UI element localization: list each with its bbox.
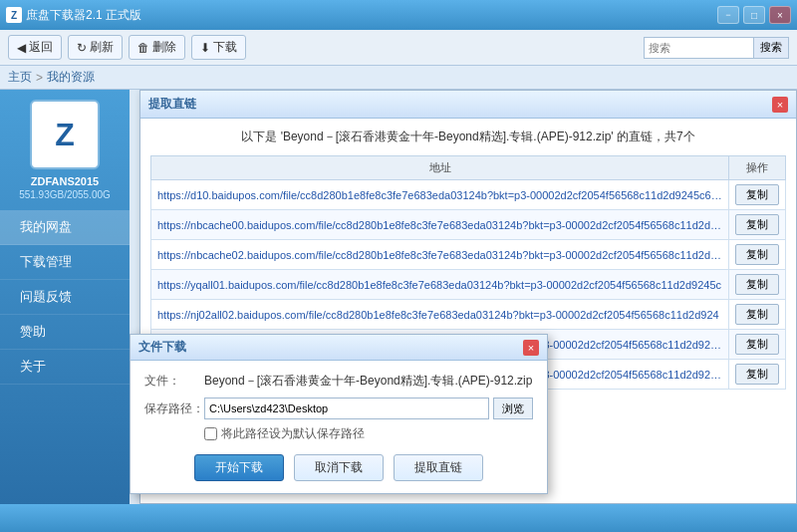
extract-dialog-title-text: 提取直链 [148, 96, 196, 113]
table-row: https://nj02all02.baidupos.com/file/cc8d… [151, 300, 786, 330]
sidebar-item-sponsor[interactable]: 赞助 [0, 315, 130, 350]
breadcrumb-home[interactable]: 主页 [8, 69, 32, 86]
app-title: 庶盘下载器2.1 正式版 [26, 7, 141, 24]
copy-cell: 复制 [729, 360, 786, 390]
minimize-button[interactable]: － [717, 6, 739, 24]
copy-cell: 复制 [729, 210, 786, 240]
copy-button[interactable]: 复制 [735, 364, 779, 385]
breadcrumb: 主页 > 我的资源 [0, 66, 797, 90]
default-path-row: 将此路径设为默认保存路径 [144, 425, 533, 442]
path-label: 保存路径： [144, 400, 204, 417]
back-label: 返回 [29, 39, 53, 56]
breadcrumb-separator: > [36, 71, 43, 85]
app-icon: Z [6, 7, 22, 23]
title-bar-left: Z 庶盘下载器2.1 正式版 [6, 7, 141, 24]
restore-button[interactable]: □ [743, 6, 765, 24]
copy-cell: 复制 [729, 240, 786, 270]
extract-dialog-title-bar: 提取直链 × [140, 91, 796, 119]
path-input[interactable] [204, 398, 489, 419]
refresh-button[interactable]: ↻ 刷新 [68, 35, 123, 60]
table-row: https://d10.baidupos.com/file/cc8d280b1e… [151, 180, 786, 210]
start-download-button[interactable]: 开始下载 [194, 454, 284, 481]
back-button[interactable]: ◀ 返回 [8, 35, 62, 60]
table-row: https://nbcache00.baidupos.com/file/cc8d… [151, 210, 786, 240]
table-header-action: 操作 [729, 156, 786, 180]
browse-button[interactable]: 浏览 [493, 398, 533, 419]
file-name-row: 文件： Beyond－[滚石香港黄金十年-Beyond精选].专辑.(APE)-… [144, 373, 533, 390]
refresh-icon: ↻ [77, 41, 87, 55]
search-input[interactable] [644, 37, 753, 59]
file-download-close-button[interactable]: × [523, 340, 539, 356]
delete-label: 删除 [152, 39, 176, 56]
copy-button[interactable]: 复制 [735, 334, 779, 355]
title-bar: Z 庶盘下载器2.1 正式版 － □ × [0, 0, 797, 30]
breadcrumb-current[interactable]: 我的资源 [47, 69, 95, 86]
copy-cell: 复制 [729, 330, 786, 360]
extract-dialog-close-button[interactable]: × [772, 97, 788, 113]
default-path-label: 将此路径设为默认保存路径 [221, 425, 365, 442]
delete-icon: 🗑 [137, 41, 149, 55]
search-box: 搜索 [644, 37, 789, 59]
back-icon: ◀ [17, 41, 26, 55]
logo-text: Z [55, 117, 75, 153]
copy-button[interactable]: 复制 [735, 274, 779, 295]
file-download-title-bar: 文件下载 × [131, 335, 547, 361]
cancel-download-button[interactable]: 取消下载 [294, 454, 384, 481]
sidebar: Z ZDFANS2015 551.93GB/2055.00G 我的网盘 下载管理… [0, 90, 130, 504]
sidebar-storage: 551.93GB/2055.00G [19, 189, 111, 200]
refresh-label: 刷新 [90, 39, 114, 56]
copy-button[interactable]: 复制 [735, 244, 779, 265]
sidebar-item-about[interactable]: 关于 [0, 350, 130, 385]
copy-cell: 复制 [729, 300, 786, 330]
taskbar [0, 504, 797, 532]
copy-button[interactable]: 复制 [735, 184, 779, 205]
sidebar-item-download-mgr[interactable]: 下载管理 [0, 245, 130, 280]
copy-cell: 复制 [729, 270, 786, 300]
file-name-value: Beyond－[滚石香港黄金十年-Beyond精选].专辑.(APE)-912.… [204, 373, 532, 390]
sidebar-logo: Z [30, 100, 100, 169]
sidebar-item-my-disk[interactable]: 我的网盘 [0, 210, 130, 245]
table-row: https://nbcache02.baidupos.com/file/cc8d… [151, 240, 786, 270]
fd-buttons: 开始下载 取消下载 提取直链 [144, 454, 533, 481]
extract-links-button[interactable]: 提取直链 [394, 454, 483, 481]
copy-button[interactable]: 复制 [735, 214, 779, 235]
save-path-row: 保存路径： 浏览 [144, 398, 533, 419]
table-header-address: 地址 [151, 156, 729, 180]
link-url: https://d10.baidupos.com/file/cc8d280b1e… [151, 180, 729, 210]
delete-button[interactable]: 🗑 删除 [129, 35, 185, 60]
main-area: Z ZDFANS2015 551.93GB/2055.00G 我的网盘 下载管理… [0, 90, 797, 504]
link-url: https://yqall01.baidupos.com/file/cc8d28… [151, 270, 729, 300]
link-url: https://nbcache02.baidupos.com/file/cc8d… [151, 240, 729, 270]
toolbar: ◀ 返回 ↻ 刷新 🗑 删除 ⬇ 下载 搜索 [0, 30, 797, 66]
table-row: https://yqall01.baidupos.com/file/cc8d28… [151, 270, 786, 300]
sidebar-username: ZDFANS2015 [31, 175, 99, 187]
file-download-body: 文件： Beyond－[滚石香港黄金十年-Beyond精选].专辑.(APE)-… [131, 361, 547, 493]
download-button[interactable]: ⬇ 下载 [191, 35, 246, 60]
close-button[interactable]: × [769, 6, 791, 24]
link-url: https://nj02all02.baidupos.com/file/cc8d… [151, 300, 729, 330]
sidebar-item-feedback[interactable]: 问题反馈 [0, 280, 130, 315]
copy-cell: 复制 [729, 180, 786, 210]
file-download-title-text: 文件下载 [138, 339, 186, 356]
search-button[interactable]: 搜索 [753, 37, 789, 59]
copy-button[interactable]: 复制 [735, 304, 779, 325]
download-icon: ⬇ [200, 41, 210, 55]
download-label: 下载 [213, 39, 237, 56]
file-download-dialog: 文件下载 × 文件： Beyond－[滚石香港黄金十年-Beyond精选].专辑… [130, 334, 548, 494]
content-panel: 提取直链 × 以下是 'Beyond－[滚石香港黄金十年-Beyond精选].专… [130, 90, 797, 504]
default-path-checkbox[interactable] [204, 427, 217, 440]
title-bar-controls: － □ × [717, 6, 791, 24]
app-window: Z 庶盘下载器2.1 正式版 － □ × ◀ 返回 ↻ 刷新 🗑 删除 ⬇ 下载… [0, 0, 797, 532]
file-label: 文件： [144, 373, 204, 390]
link-url: https://nbcache00.baidupos.com/file/cc8d… [151, 210, 729, 240]
sidebar-menu: 我的网盘 下载管理 问题反馈 赞助 关于 [0, 210, 130, 385]
extract-description: 以下是 'Beyond－[滚石香港黄金十年-Beyond精选].专辑.(APE)… [150, 129, 786, 145]
